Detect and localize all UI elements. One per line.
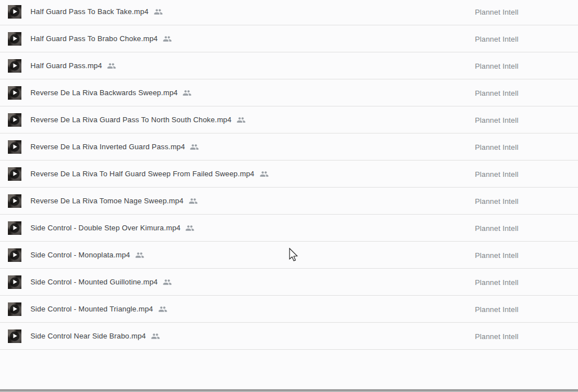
video-thumbnail[interactable] (8, 86, 21, 100)
play-icon (10, 88, 20, 97)
video-thumbnail[interactable] (8, 5, 21, 19)
file-name[interactable]: Side Control - Mounted Triangle.mp4 (30, 305, 153, 313)
play-icon (10, 331, 20, 341)
shared-people-icon (185, 224, 194, 233)
file-list: Half Guard Pass To Back Take.mp4 Plannet… (0, 0, 578, 350)
play-triangle-icon (14, 91, 17, 95)
file-name[interactable]: Side Control - Mounted Guillotine.mp4 (30, 278, 158, 286)
play-triangle-icon (14, 280, 17, 284)
play-triangle-icon (14, 253, 17, 257)
file-name[interactable]: Side Control Near Side Brabo.mp4 (30, 332, 146, 340)
play-triangle-icon (14, 10, 17, 14)
play-triangle-icon (14, 307, 17, 311)
shared-people-icon (163, 34, 172, 43)
file-name[interactable]: Side Control - Monoplata.mp4 (30, 251, 130, 259)
play-icon (10, 142, 20, 152)
shared-people-icon (237, 115, 246, 124)
owner-name: Plannet Intell (475, 7, 518, 16)
owner-name: Plannet Intell (475, 278, 518, 286)
shared-people-icon (107, 61, 116, 70)
video-thumbnail[interactable] (8, 221, 21, 235)
play-icon (10, 250, 20, 260)
file-name[interactable]: Half Guard Pass To Back Take.mp4 (30, 7, 149, 16)
shared-people-icon (189, 197, 198, 206)
file-row[interactable]: Side Control - Mounted Triangle.mp4 Plan… (0, 296, 578, 323)
file-row[interactable]: Reverse De La Riva Inverted Guard Pass.m… (0, 133, 578, 161)
file-row[interactable]: Reverse De La Riva Backwards Sweep.mp4 P… (0, 79, 578, 106)
shared-people-icon (163, 278, 172, 287)
owner-name: Plannet Intell (475, 61, 518, 70)
file-row[interactable]: Half Guard Pass To Brabo Choke.mp4 Plann… (0, 25, 578, 52)
file-name[interactable]: Side Control - Double Step Over Kimura.m… (30, 224, 180, 232)
play-icon (10, 61, 20, 70)
owner-name: Plannet Intell (475, 305, 518, 313)
video-thumbnail[interactable] (8, 248, 21, 262)
file-row[interactable]: Half Guard Pass To Back Take.mp4 Plannet… (0, 0, 578, 25)
shared-people-icon (151, 332, 160, 341)
play-triangle-icon (14, 226, 17, 230)
file-row[interactable]: Reverse De La Riva To Half Guard Sweep F… (0, 161, 578, 188)
play-icon (10, 277, 20, 287)
video-thumbnail[interactable] (8, 59, 21, 73)
play-triangle-icon (14, 64, 17, 68)
video-thumbnail[interactable] (8, 194, 21, 208)
shared-people-icon (183, 88, 192, 97)
shared-people-icon (190, 142, 199, 152)
owner-name: Plannet Intell (475, 88, 518, 97)
shared-people-icon (154, 7, 163, 16)
file-row[interactable]: Side Control - Mounted Guillotine.mp4 Pl… (0, 269, 578, 296)
file-row[interactable]: Half Guard Pass.mp4 Plannet Intell (0, 52, 578, 79)
owner-name: Plannet Intell (475, 332, 518, 340)
file-name[interactable]: Reverse De La Riva Backwards Sweep.mp4 (30, 88, 177, 97)
file-name[interactable]: Half Guard Pass To Brabo Choke.mp4 (30, 34, 158, 43)
file-name[interactable]: Reverse De La Riva Inverted Guard Pass.m… (30, 142, 185, 151)
file-name[interactable]: Reverse De La Riva Tomoe Nage Sweep.mp4 (30, 197, 184, 205)
play-triangle-icon (14, 118, 17, 122)
shared-people-icon (260, 170, 269, 179)
drive-file-list-page: { "colors": { "filename_text": "#3c4043"… (0, 0, 578, 392)
play-icon (10, 223, 20, 233)
play-icon (10, 115, 20, 124)
file-row[interactable]: Side Control - Double Step Over Kimura.m… (0, 215, 578, 242)
play-triangle-icon (14, 199, 17, 203)
file-row[interactable]: Side Control Near Side Brabo.mp4 Plannet… (0, 323, 578, 350)
file-name[interactable]: Half Guard Pass.mp4 (30, 61, 102, 70)
shared-people-icon (158, 305, 167, 314)
play-icon (10, 7, 20, 16)
play-icon (10, 34, 20, 43)
owner-name: Plannet Intell (475, 170, 518, 178)
owner-name: Plannet Intell (475, 251, 518, 259)
owner-name: Plannet Intell (475, 197, 518, 205)
shared-people-icon (135, 251, 144, 260)
owner-name: Plannet Intell (475, 115, 518, 124)
video-thumbnail[interactable] (8, 140, 21, 154)
play-icon (10, 169, 20, 179)
video-thumbnail[interactable] (8, 302, 21, 316)
play-icon (10, 304, 20, 314)
file-row[interactable]: Reverse De La Riva Guard Pass To North S… (0, 106, 578, 133)
video-thumbnail[interactable] (8, 167, 21, 181)
file-row[interactable]: Reverse De La Riva Tomoe Nage Sweep.mp4 … (0, 188, 578, 215)
video-thumbnail[interactable] (8, 275, 21, 289)
file-name[interactable]: Reverse De La Riva To Half Guard Sweep F… (30, 170, 255, 178)
owner-name: Plannet Intell (475, 142, 518, 151)
video-thumbnail[interactable] (8, 113, 21, 127)
play-triangle-icon (14, 334, 17, 338)
play-triangle-icon (14, 172, 17, 176)
file-name[interactable]: Reverse De La Riva Guard Pass To North S… (30, 115, 232, 124)
play-icon (10, 196, 20, 206)
file-row[interactable]: Side Control - Monoplata.mp4 Plannet Int… (0, 242, 578, 269)
owner-name: Plannet Intell (475, 34, 518, 43)
play-triangle-icon (14, 145, 17, 149)
owner-name: Plannet Intell (475, 224, 518, 232)
play-triangle-icon (14, 37, 17, 41)
video-thumbnail[interactable] (8, 329, 21, 343)
video-thumbnail[interactable] (8, 32, 21, 46)
